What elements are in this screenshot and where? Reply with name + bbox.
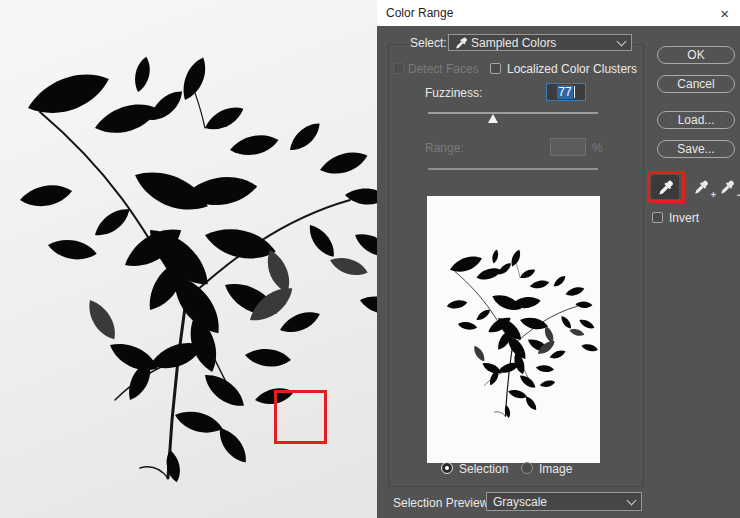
select-dropdown-value: Sampled Colors xyxy=(471,36,618,50)
close-icon[interactable]: × xyxy=(718,6,731,21)
color-range-dialog: Color Range × Select: Sampled Colors Det… xyxy=(377,0,740,518)
chevron-down-icon xyxy=(627,495,637,505)
detect-faces-label: Detect Faces xyxy=(408,62,479,76)
load-button[interactable]: Load... xyxy=(657,111,735,129)
localized-clusters-checkbox[interactable] xyxy=(490,63,501,74)
fuzziness-value: 77 xyxy=(557,85,572,99)
selection-radio-label: Selection xyxy=(459,462,508,476)
text-caret xyxy=(574,86,575,98)
selection-preview-dropdown[interactable]: Grayscale xyxy=(486,492,642,511)
localized-clusters-label: Localized Color Clusters xyxy=(507,62,637,76)
selection-radio[interactable] xyxy=(441,462,453,474)
invert-label: Invert xyxy=(669,211,699,225)
select-label: Select: xyxy=(410,36,447,50)
range-unit: % xyxy=(592,141,603,155)
eyedropper-plus-icon xyxy=(694,180,708,194)
document-canvas[interactable] xyxy=(0,0,377,518)
selection-preview-label: Selection Preview: xyxy=(393,496,492,510)
fuzziness-slider-track[interactable] xyxy=(428,112,598,114)
dialog-title: Color Range xyxy=(386,6,718,20)
plant-thumbnail-image xyxy=(427,196,600,463)
cancel-button[interactable]: Cancel xyxy=(657,75,735,93)
image-radio[interactable] xyxy=(521,462,533,474)
detect-faces-checkbox xyxy=(393,63,404,74)
eyedropper-add-button[interactable]: + xyxy=(687,175,715,199)
fuzziness-input[interactable]: 77 xyxy=(546,83,586,101)
fuzziness-label: Fuzziness: xyxy=(425,86,482,100)
eyedropper-icon xyxy=(658,180,673,195)
dialog-titlebar[interactable]: Color Range × xyxy=(377,0,740,26)
fuzziness-slider-thumb[interactable] xyxy=(488,114,498,123)
image-radio-label: Image xyxy=(539,462,572,476)
range-slider-track xyxy=(428,168,598,170)
annotation-rect-canvas xyxy=(274,390,327,444)
eyedropper-icon xyxy=(455,37,467,49)
invert-checkbox[interactable] xyxy=(652,212,663,223)
screenshot-root: Color Range × Select: Sampled Colors Det… xyxy=(0,0,740,518)
save-button[interactable]: Save... xyxy=(657,140,735,158)
eyedropper-sample-button[interactable] xyxy=(651,175,679,199)
chevron-down-icon xyxy=(617,36,627,46)
select-dropdown[interactable]: Sampled Colors xyxy=(448,34,632,51)
range-label: Range: xyxy=(425,141,464,155)
selection-preview-value: Grayscale xyxy=(493,495,628,509)
ok-button[interactable]: OK xyxy=(657,46,735,64)
eyedropper-subtract-button[interactable]: − xyxy=(713,175,740,199)
eyedropper-minus-icon xyxy=(720,180,734,194)
selection-preview-thumbnail[interactable] xyxy=(427,196,600,463)
range-input xyxy=(550,138,586,156)
